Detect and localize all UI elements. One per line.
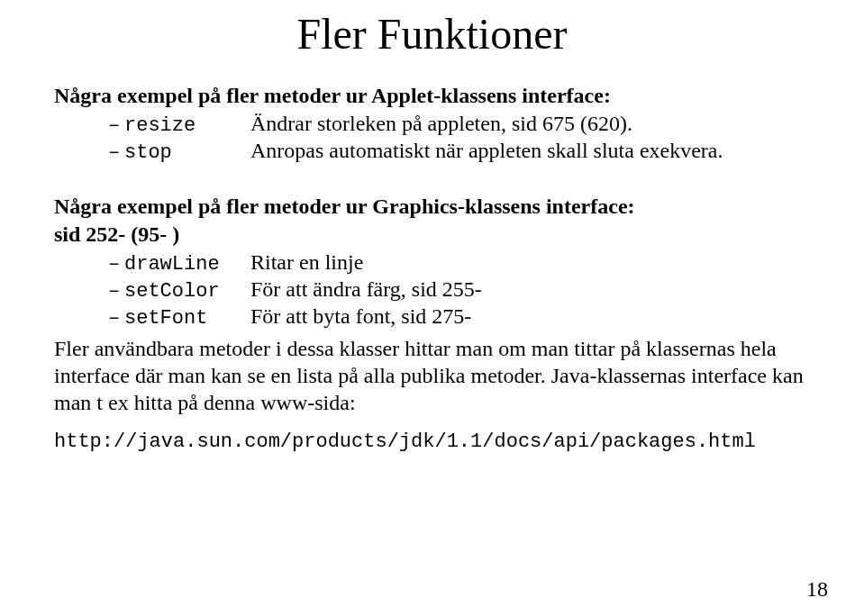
code-term: setColor [124,280,250,303]
item-desc: Ritar en linje [250,250,810,275]
url-text: http://java.sun.com/products/jdk/1.1/doc… [54,430,810,453]
list-item: – setFont För att byta font, sid 275- [54,304,810,330]
item-desc: För att byta font, sid 275- [250,304,810,329]
list-item: – stop Anropas automatiskt när appleten … [54,139,810,164]
item-desc: För att ändra färg, sid 255- [250,277,810,302]
body-paragraph: Fler användbara metoder i dessa klasser … [54,335,810,416]
code-term: setFont [124,307,250,330]
section1-heading: Några exempel på fler metoder ur Applet-… [54,84,810,108]
code-term: drawLine [124,253,250,276]
code-term: stop [124,141,250,164]
dash-icon: – [108,114,124,137]
page-number: 18 [806,577,828,602]
item-desc: Ändrar storleken på appleten, sid 675 (6… [250,112,810,136]
section2-heading-line1: Några exempel på fler metoder ur Graphic… [54,195,810,219]
section2-heading-line2: sid 252- (95- ) [54,222,810,247]
item-desc: Anropas automatiskt när appleten skall s… [250,139,810,163]
list-item: – drawLine Ritar en linje [54,250,810,276]
page-title: Fler Funktioner [54,9,810,59]
list-item: – setColor För att ändra färg, sid 255- [54,277,810,303]
list-item: – resize Ändrar storleken på appleten, s… [54,112,810,137]
page: Fler Funktioner Några exempel på fler me… [0,0,864,616]
dash-icon: – [108,141,124,164]
dash-icon: – [108,280,124,303]
code-term: resize [124,114,250,137]
dash-icon: – [108,253,124,276]
dash-icon: – [108,307,124,330]
